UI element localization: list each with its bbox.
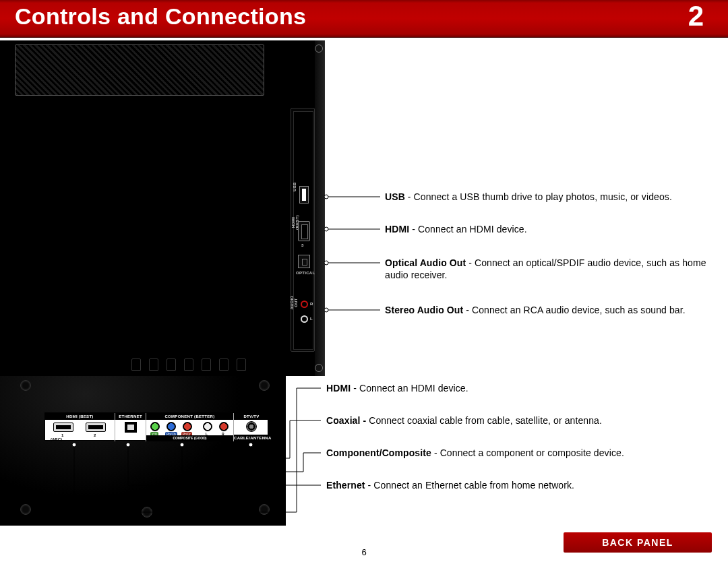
rca-white-icon bbox=[203, 422, 212, 431]
section-label: HDMI (BEST) bbox=[45, 413, 115, 420]
callout-hdmi-bottom: HDMI - Connect an HDMI device. bbox=[326, 383, 704, 395]
chapter-header: Controls and Connections 2 bbox=[0, 0, 728, 38]
manual-page: Controls and Connections 2 USB HDMI (BES… bbox=[0, 0, 728, 562]
tv-button-icon bbox=[149, 358, 158, 371]
rca-red-icon bbox=[301, 301, 308, 308]
callout-optical: Optical Audio Out - Connect an optical/S… bbox=[385, 257, 708, 281]
rca-red-icon bbox=[183, 422, 192, 431]
port-label-hdmi-num: 3 bbox=[301, 243, 304, 247]
port-label-optical: OPTICAL bbox=[296, 271, 312, 275]
callout-text: Connect coaxial cable from cable, satell… bbox=[369, 415, 602, 426]
screw-icon bbox=[315, 364, 323, 372]
tv-button-icon bbox=[237, 358, 246, 371]
ethernet-section: ETHERNET bbox=[115, 413, 146, 441]
section-label: COMPONENT (BETTER) bbox=[146, 413, 233, 420]
tv-button-icon bbox=[219, 358, 229, 371]
callout-text: - Connect an HDMI device. bbox=[351, 383, 468, 394]
tv-side-illustration: USB HDMI (BEST) 3 OPTICAL AUDIO OUT R L bbox=[0, 40, 325, 376]
callout-bold: Component/Composite bbox=[326, 447, 431, 458]
section-label: ETHERNET bbox=[115, 413, 146, 420]
callout-usb: USB - Connect a USB thumb drive to play … bbox=[385, 191, 708, 204]
callout-bold: HDMI bbox=[326, 383, 351, 394]
port-label-r: R bbox=[310, 302, 313, 306]
hdmi-port-icon bbox=[86, 423, 106, 432]
side-port-panel: USB HDMI (BEST) 3 OPTICAL AUDIO OUT R L bbox=[291, 108, 315, 352]
screw-icon bbox=[259, 380, 270, 391]
callout-text: - Connect an HDMI device. bbox=[409, 224, 527, 235]
screw-icon bbox=[259, 504, 270, 515]
section-sublabel: CABLE/ANTENNA bbox=[234, 435, 269, 441]
hdmi-port-icon bbox=[53, 423, 73, 432]
callout-bold: USB bbox=[385, 191, 405, 202]
rca-red-icon bbox=[219, 422, 229, 431]
section-sublabel: COMPOSITE (GOOD) bbox=[146, 435, 233, 441]
section-label: DTV/TV bbox=[234, 413, 269, 420]
speaker-grille-icon bbox=[15, 44, 264, 96]
bottom-port-strip: HDMI (BEST) 1 2 (ARC) ETHERNET COMPONENT… bbox=[44, 412, 268, 441]
hdmi-number: 2 bbox=[94, 433, 96, 437]
side-port-inner: USB HDMI (BEST) 3 OPTICAL AUDIO OUT R L bbox=[293, 111, 313, 350]
component-section: COMPONENT (BETTER) Y/V Pb/Cb Pr/Cr L R C… bbox=[146, 413, 234, 441]
tv-edge bbox=[315, 40, 324, 376]
screw-icon bbox=[20, 380, 31, 391]
screw-icon bbox=[142, 507, 152, 518]
callout-bold: Ethernet bbox=[326, 480, 365, 491]
callout-stereo: Stereo Audio Out - Connect an RCA audio … bbox=[385, 305, 715, 317]
usb-port-icon bbox=[299, 186, 309, 204]
rca-white-icon bbox=[301, 315, 308, 323]
rca-blue-icon bbox=[166, 422, 176, 431]
optical-port-icon bbox=[298, 255, 310, 268]
chapter-title: Controls and Connections bbox=[15, 3, 306, 30]
callout-ethernet: Ethernet - Connect an Ethernet cable fro… bbox=[326, 480, 704, 492]
coax-port-icon bbox=[246, 421, 257, 432]
callout-text: - Connect an RCA audio device, such as s… bbox=[463, 305, 686, 315]
callout-text: - Connect an Ethernet cable from home ne… bbox=[365, 480, 575, 491]
arc-label: (ARC) bbox=[51, 437, 62, 441]
callout-bold: Stereo Audio Out bbox=[385, 305, 463, 315]
screw-icon bbox=[315, 44, 323, 53]
tv-buttons-row bbox=[131, 358, 246, 373]
page-number: 6 bbox=[0, 547, 728, 557]
port-label-l: L bbox=[310, 317, 313, 321]
tv-button-icon bbox=[202, 358, 211, 371]
tv-button-icon bbox=[166, 358, 176, 371]
callout-coax: Coaxial - Connect coaxial cable from cab… bbox=[326, 415, 704, 427]
chapter-number: 2 bbox=[688, 0, 704, 32]
callout-text: - Connect a USB thumb drive to play phot… bbox=[405, 191, 672, 202]
tv-back-illustration bbox=[0, 376, 286, 526]
callout-bold: HDMI bbox=[385, 224, 409, 235]
hdmi-section: HDMI (BEST) 1 2 (ARC) bbox=[45, 413, 115, 441]
callout-bold: Optical Audio Out bbox=[385, 257, 466, 268]
callout-component: Component/Composite - Connect a componen… bbox=[326, 447, 717, 460]
ethernet-port-icon bbox=[125, 422, 137, 433]
port-label-usb: USB bbox=[293, 182, 297, 191]
dtv-section: DTV/TV CABLE/ANTENNA bbox=[234, 413, 269, 441]
screw-icon bbox=[20, 504, 31, 515]
tv-button-icon bbox=[184, 358, 193, 371]
port-label-audio-out: AUDIO OUT bbox=[290, 291, 298, 314]
tv-button-icon bbox=[131, 358, 141, 371]
rca-green-icon bbox=[150, 422, 160, 431]
callout-bold: Coaxial - bbox=[326, 415, 369, 426]
hdmi-port-icon bbox=[298, 221, 310, 241]
callout-text: - Connect a component or composite devic… bbox=[431, 447, 624, 458]
callout-hdmi-side: HDMI - Connect an HDMI device. bbox=[385, 224, 708, 236]
